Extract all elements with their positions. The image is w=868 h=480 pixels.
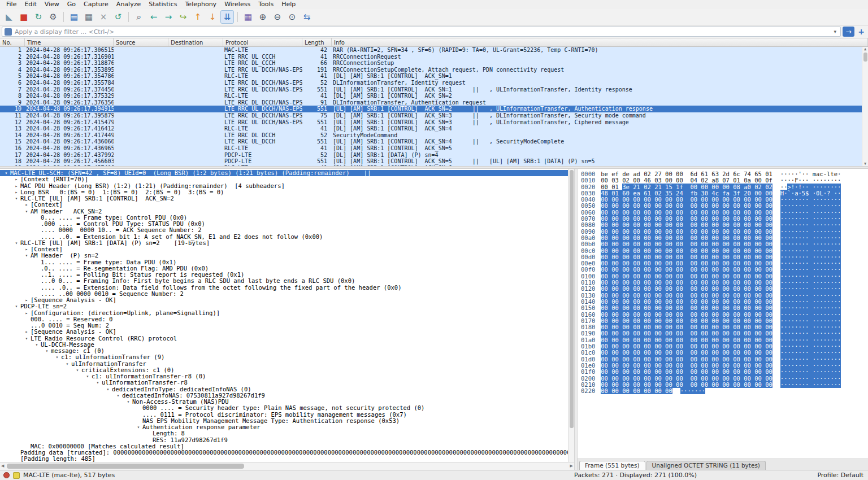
column-header-info[interactable]: Info — [332, 38, 868, 46]
scrollbar-thumb[interactable] — [7, 464, 244, 469]
resize-columns-icon[interactable]: ⇆ — [300, 10, 314, 24]
expand-icon[interactable]: ▸ — [12, 176, 20, 182]
save-file-icon[interactable]: ▦ — [82, 10, 96, 24]
hex-row[interactable]: 012000 00 00 00 00 00 00 00 00 00 00 00 … — [581, 286, 868, 292]
detail-line[interactable]: ▸[Sequence Analysis - OK] — [0, 297, 574, 303]
column-header-source[interactable]: Source — [114, 38, 168, 46]
scrollbar-thumb[interactable] — [863, 53, 867, 62]
packet-row[interactable]: 72024-04-28 09:26:17.374450LTE RRC UL_DC… — [0, 86, 862, 93]
packet-list-scrollbar[interactable]: ▲ ▼ — [862, 47, 868, 166]
go-to-packet-icon[interactable]: ↪ — [176, 10, 190, 24]
collapse-icon[interactable]: ▾ — [23, 335, 31, 342]
expert-info-icon[interactable] — [3, 472, 10, 478]
menu-item-file[interactable]: File — [2, 0, 20, 9]
collapse-icon[interactable]: ▾ — [43, 348, 51, 354]
menu-item-tools[interactable]: Tools — [254, 0, 277, 9]
detail-line[interactable]: NAS EPS Mobility Management Message Type… — [0, 418, 574, 424]
hex-row[interactable]: 022000 00 00 00 00 00 00······· — [581, 388, 868, 394]
detail-line[interactable]: ▾dedicatedInfoNAS: 07530811a927d98267d1f… — [0, 392, 574, 399]
byte-view-tab[interactable]: Frame (551 bytes) — [579, 461, 645, 470]
zoom-in-icon[interactable]: ⊕ — [256, 10, 270, 24]
expand-icon[interactable]: ▸ — [23, 246, 31, 252]
detail-line[interactable]: .... 0000 0000 10.. = ACK Sequence Numbe… — [0, 227, 574, 233]
collapse-icon[interactable]: ▾ — [23, 208, 31, 215]
menu-item-telephony[interactable]: Telephony — [181, 0, 221, 9]
packet-row[interactable]: 92024-04-28 09:26:17.376356LTE RRC DL_DC… — [0, 99, 862, 106]
detail-line[interactable]: ▾PDCP-LTE sn=2 — [0, 303, 574, 309]
find-packet-icon[interactable]: ⌕ — [132, 10, 146, 24]
menu-item-view[interactable]: View — [41, 0, 63, 9]
packet-row[interactable]: 192024-04-28 09:26:17.457406RLC-LTE41[DL… — [0, 165, 862, 166]
collapse-icon[interactable]: ▾ — [33, 342, 41, 348]
detail-line[interactable]: ▾Authentication response parameter — [0, 424, 574, 430]
collapse-icon[interactable]: ▾ — [2, 170, 10, 176]
scroll-down-icon[interactable]: ▼ — [864, 162, 866, 166]
packet-row[interactable]: 102024-04-28 09:26:17.394915LTE RRC UL_D… — [0, 106, 862, 112]
packet-row[interactable]: 42024-04-28 09:26:17.353895LTE RRC UL_DC… — [0, 67, 862, 73]
detail-line[interactable]: ▸[Context (RNTI=70)] — [0, 176, 574, 182]
detail-line[interactable]: ▸[Sequence Analysis - OK] — [0, 329, 574, 335]
menu-item-go[interactable]: Go — [63, 0, 80, 9]
expand-icon[interactable]: ▸ — [12, 183, 20, 189]
collapse-icon[interactable]: ▾ — [63, 361, 71, 367]
column-header-destination[interactable]: Destination — [168, 38, 223, 46]
restart-capture-icon[interactable]: ↻ — [32, 10, 45, 24]
detail-line[interactable]: ▾dedicatedInfoType: dedicatedInfoNAS (0) — [0, 386, 574, 392]
menu-item-wireless[interactable]: Wireless — [220, 0, 254, 9]
detail-line[interactable]: ...0 0... = Framing Info: First byte beg… — [0, 278, 574, 284]
detail-line[interactable]: ▾c1: ulInformationTransfer (9) — [0, 354, 574, 360]
packet-row[interactable]: 52024-04-28 09:26:17.354786RLC-LTE41[DL]… — [0, 73, 862, 80]
expand-icon[interactable]: ▸ — [12, 189, 20, 195]
packet-row[interactable]: 182024-04-28 09:26:17.456603PDCP-LTE551[… — [0, 158, 862, 165]
collapse-icon[interactable]: ▾ — [84, 373, 92, 379]
collapse-icon[interactable]: ▾ — [114, 392, 122, 399]
packet-row[interactable]: 142024-04-28 09:26:17.417449LTE RRC DL_D… — [0, 132, 862, 139]
collapse-icon[interactable]: ▾ — [124, 399, 132, 405]
close-file-icon[interactable]: × — [97, 10, 110, 24]
start-capture-icon[interactable]: ◣ — [2, 10, 16, 24]
packet-row[interactable]: 82024-04-28 09:26:17.375329RLC-LTE41[DL]… — [0, 93, 862, 99]
packet-row[interactable]: 12024-04-28 09:26:17.306515MAC-LTE42RAR … — [0, 47, 862, 54]
detail-line[interactable]: ▾criticalExtensions: c1 (0) — [0, 367, 574, 373]
zoom-normal-icon[interactable]: ⊙ — [285, 10, 299, 24]
column-header-length[interactable]: Length — [302, 38, 332, 46]
column-header-no[interactable]: No. — [0, 38, 25, 46]
go-last-packet-icon[interactable]: ↓ — [206, 10, 219, 24]
expand-icon[interactable]: ▸ — [23, 310, 31, 316]
apply-filter-button[interactable]: → — [843, 27, 854, 37]
capture-comment-icon[interactable] — [13, 472, 20, 479]
filter-bookmark-icon[interactable] — [5, 28, 12, 36]
packet-row[interactable]: 22024-04-28 09:26:17.316901LTE RRC UL_CC… — [0, 54, 862, 60]
packet-row[interactable]: 162024-04-28 09:26:17.436965RLC-LTE41[DL… — [0, 145, 862, 152]
detail-horizontal-scrollbar[interactable]: ◀ ▶ — [0, 462, 574, 470]
packet-row[interactable]: 62024-04-28 09:26:17.355784LTE RRC DL_DC… — [0, 80, 862, 86]
expand-icon[interactable]: ▸ — [23, 202, 31, 208]
go-back-icon[interactable]: ← — [147, 10, 160, 24]
reload-file-icon[interactable]: ↺ — [111, 10, 125, 24]
detail-line[interactable]: ▾RLC-LTE [UL] [AM] SRB:1 [CONTROL] ACK_S… — [0, 195, 574, 202]
packet-row[interactable]: 172024-04-28 09:26:17.437992PDCP-LTE52[D… — [0, 152, 862, 159]
detail-line[interactable]: ▾RLC-LTE [UL] [AM] SRB:1 [DATA] (P) sn=2… — [0, 240, 574, 246]
packet-row[interactable]: 132024-04-28 09:26:17.416412RLC-LTE41[DL… — [0, 125, 862, 132]
hex-row[interactable]: 01c000 00 00 00 00 00 00 00 00 00 00 00 … — [581, 350, 868, 356]
packet-row[interactable]: 122024-04-28 09:26:17.415479LTE RRC UL_D… — [0, 119, 862, 126]
hex-row[interactable]: 015000 00 00 00 00 00 00 00 00 00 00 00 … — [581, 305, 868, 311]
menu-item-statistics[interactable]: Statistics — [145, 0, 181, 9]
collapse-icon[interactable]: ▾ — [73, 367, 81, 373]
scroll-left-icon[interactable]: ◀ — [1, 464, 4, 468]
detail-line[interactable]: ▾ulInformationTransfer-r8 — [0, 379, 574, 386]
collapse-icon[interactable]: ▾ — [12, 240, 20, 246]
detail-line[interactable]: ▸[Context] — [0, 202, 574, 208]
menu-item-capture[interactable]: Capture — [80, 0, 112, 9]
collapse-icon[interactable]: ▾ — [104, 386, 112, 392]
status-profile[interactable]: Profile: Default — [817, 472, 863, 479]
column-header-protocol[interactable]: Protocol — [223, 38, 302, 46]
menu-item-edit[interactable]: Edit — [20, 0, 40, 9]
go-first-packet-icon[interactable]: ↑ — [191, 10, 205, 24]
add-filter-button[interactable]: + — [856, 27, 866, 36]
colorize-packets-icon[interactable]: ▦ — [241, 10, 255, 24]
column-header-time[interactable]: Time — [25, 38, 114, 46]
byte-view-tab[interactable]: Unaligned OCTET STRING (11 bytes) — [646, 461, 766, 470]
collapse-icon[interactable]: ▾ — [94, 379, 102, 386]
collapse-icon[interactable]: ▾ — [134, 424, 142, 430]
